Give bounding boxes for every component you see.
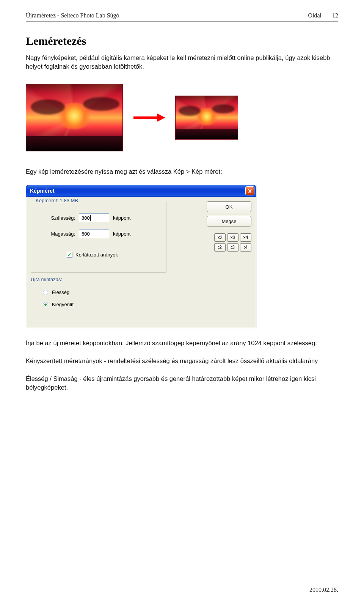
close-button[interactable]: X bbox=[245, 186, 254, 195]
width-label: Szélesség: bbox=[33, 215, 75, 221]
dialog-title-text: Képméret bbox=[30, 188, 55, 194]
cancel-button[interactable]: Mégse bbox=[207, 216, 251, 226]
smooth-radio[interactable] bbox=[43, 302, 48, 307]
height-unit: képpont bbox=[113, 231, 130, 237]
scale-d4-button[interactable]: :4 bbox=[240, 243, 251, 252]
ok-button[interactable]: OK bbox=[207, 201, 251, 212]
header-divider bbox=[26, 21, 338, 22]
constrain-label: Korlátozott arányok bbox=[75, 252, 118, 258]
scale-d3-button[interactable]: :3 bbox=[227, 243, 238, 252]
height-input[interactable]: 600 bbox=[79, 229, 109, 238]
width-input[interactable]: 800 bbox=[79, 213, 109, 222]
scale-x3-button[interactable]: x3 bbox=[227, 233, 238, 242]
constrain-checkbox[interactable]: ✓ bbox=[67, 252, 72, 258]
scale-button-grid: x2 x3 x4 :2 :3 :4 bbox=[214, 233, 251, 252]
header-page-label: Oldal bbox=[308, 12, 322, 19]
scale-x2-button[interactable]: x2 bbox=[214, 233, 226, 242]
sharpness-radio-label: Élesség bbox=[52, 289, 69, 295]
sharpness-text: Élesség / Simaság - éles újramintázás gy… bbox=[26, 374, 338, 392]
image-size-dialog: Képméret X Képméret: 1.83 MB Szélesség: … bbox=[26, 185, 256, 328]
sharpness-radio[interactable] bbox=[43, 290, 48, 295]
height-label: Magasság: bbox=[33, 231, 75, 237]
sunset-image-large bbox=[26, 84, 123, 151]
header-page-number: 12 bbox=[332, 12, 338, 19]
page-header: Újraméretez - Selteco Photo Lab Súgó Old… bbox=[26, 12, 338, 19]
check-icon: ✓ bbox=[67, 252, 72, 257]
smooth-radio-label: Kiegyenlít bbox=[52, 302, 74, 307]
arrow-icon bbox=[133, 113, 165, 123]
dialog-titlebar: Képméret X bbox=[26, 185, 256, 197]
resample-label: Újra mintázás: bbox=[31, 277, 62, 282]
enter-size-text: Írja be az új méretet képpontokban. Jell… bbox=[26, 339, 338, 348]
size-fieldset: Képméret: 1.83 MB Szélesség: 800 képpont… bbox=[31, 201, 166, 273]
resize-illustration bbox=[26, 84, 338, 151]
sunset-image-small bbox=[175, 96, 238, 140]
size-legend: Képméret: 1.83 MB bbox=[34, 198, 80, 203]
scale-x4-button[interactable]: x4 bbox=[240, 233, 251, 242]
scale-d2-button[interactable]: :2 bbox=[214, 243, 226, 252]
svg-marker-1 bbox=[157, 113, 165, 122]
width-unit: képpont bbox=[113, 215, 130, 221]
close-icon: X bbox=[248, 188, 252, 194]
page-title: Leméretezés bbox=[26, 35, 338, 47]
open-instruction-text: Egy kép leméretezésére nyíssa meg azt és… bbox=[26, 167, 338, 176]
forced-ratio-text: Kényszerített méretarányok - rendeltetés… bbox=[26, 357, 338, 365]
intro-text: Nagy fényképeket, például digitális kame… bbox=[26, 53, 338, 71]
footer-date: 2010.02.28. bbox=[309, 587, 338, 593]
header-left: Újraméretez - Selteco Photo Lab Súgó bbox=[26, 12, 119, 19]
